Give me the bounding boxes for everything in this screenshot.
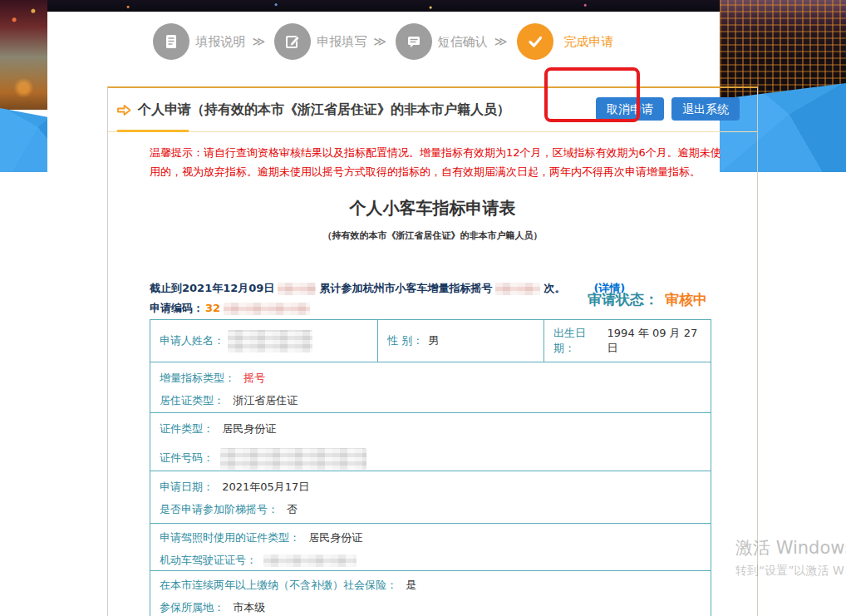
windows-activation-watermark: 激活 Windows 转到“设置”以激活 W — [735, 536, 846, 579]
field-value: 摇号 — [243, 372, 265, 384]
lottery-text: 累计参加杭州市小客车增量指标摇号 — [319, 282, 492, 294]
message-icon — [396, 23, 432, 60]
field-value: 市本级 — [233, 601, 265, 614]
table-row: 申请驾照时使用的证件类型： 居民身份证 机动车驾驶证证号： — [150, 524, 711, 571]
field-label: 申请日期： — [160, 480, 214, 493]
watermark-line2: 转到“设置”以激活 W — [735, 564, 846, 579]
field-value: 2021年05月17日 — [222, 480, 309, 493]
table-row: 申请人姓名： 性 别： 男 出生日期： 1994 年 09 月 27 日 — [150, 320, 711, 362]
step-label: 短信确认 — [438, 34, 488, 50]
field-label: 是否申请参加阶梯摇号： — [160, 503, 278, 515]
field-label: 参保所属地： — [160, 601, 224, 614]
field-label: 增量指标类型： — [160, 372, 235, 384]
banner-photo-top — [47, 0, 720, 12]
field-value: 是 — [406, 579, 416, 591]
title-underline — [117, 130, 189, 132]
field-value: 男 — [428, 333, 439, 348]
form-title: 个人小客车指标申请表 — [108, 197, 757, 219]
application-table: 申请人姓名： 性 别： 男 出生日期： 1994 年 09 月 27 日 增量指… — [150, 319, 711, 616]
page-title: 个人申请（持有效的本市《浙江省居住证》的非本市户籍人员） — [138, 101, 510, 119]
banner-blue-left — [0, 108, 47, 172]
table-row: 在本市连续两年以上缴纳（不含补缴）社会保险： 是 参保所属地： 市本级 — [150, 571, 711, 616]
check-icon — [517, 23, 553, 60]
orange-arrow-icon — [117, 104, 131, 116]
deadline-text: 截止到2021年12月09日 — [150, 282, 274, 294]
redacted-license-number — [263, 554, 357, 567]
table-row: 增量指标类型： 摇号 居住证类型： 浙江省居住证 — [150, 362, 711, 413]
step-label: 完成申请 — [564, 34, 614, 50]
edit-icon — [274, 23, 311, 60]
step-arrow-icon: ≫ — [252, 34, 265, 49]
table-row: 申请日期： 2021年05月17日 是否申请参加阶梯摇号： 否 — [150, 471, 711, 524]
application-code-line: 申请编码：32 — [150, 301, 313, 316]
application-panel: 个人申请（持有效的本市《浙江省居住证》的非本市户籍人员） 取消申请 退出系统 温… — [107, 86, 758, 616]
step-label: 填报说明 — [195, 34, 245, 50]
panel-header: 个人申请（持有效的本市《浙江省居住证》的非本市户籍人员） 取消申请 退出系统 — [108, 88, 757, 132]
banner-photo-right — [720, 0, 846, 99]
redacted-text — [278, 283, 316, 295]
lottery-count-line: 截止到2021年12月09日累计参加杭州市小客车增量指标摇号次。(详情) — [150, 281, 625, 296]
field-label: 居住证类型： — [160, 394, 224, 407]
step-label: 申报填写 — [317, 34, 366, 50]
field-label: 申请驾照时使用的证件类型： — [160, 531, 300, 544]
field-label: 证件号码： — [160, 451, 214, 464]
step-sms-confirm: 短信确认 ≫ — [396, 23, 511, 60]
code-label: 申请编码： — [150, 302, 204, 314]
progress-stepper: 填报说明 ≫ 申报填写 ≫ — [47, 23, 720, 60]
times-text: 次。 — [544, 282, 565, 294]
document-icon — [153, 23, 189, 60]
redacted-code — [224, 303, 310, 315]
redacted-name — [228, 330, 312, 352]
step-complete: 完成申请 — [517, 23, 614, 60]
status-badge: 审核中 — [665, 291, 707, 308]
red-highlight-annotation — [544, 67, 640, 122]
field-value: 浙江省居住证 — [233, 394, 298, 407]
redacted-id-number — [220, 448, 366, 470]
field-label: 出生日期： — [553, 326, 603, 356]
code-value: 32 — [205, 302, 220, 314]
step-arrow-icon: ≫ — [494, 34, 508, 49]
field-label: 机动车驾驶证证号： — [160, 554, 257, 566]
field-label: 性 别： — [387, 333, 423, 348]
field-value: 否 — [287, 503, 298, 515]
step-fill-application: 申报填写 ≫ — [274, 23, 390, 60]
field-label: 申请人姓名： — [160, 333, 224, 348]
status-line: 审请状态：审核中 — [588, 290, 707, 309]
exit-system-button[interactable]: 退出系统 — [671, 97, 740, 121]
page: 填报说明 ≫ 申报填写 ≫ — [0, 0, 846, 616]
field-value: 1994 年 09 月 27 日 — [607, 326, 701, 356]
field-label: 在本市连续两年以上缴纳（不含补缴）社会保险： — [160, 579, 397, 591]
step-arrow-icon: ≫ — [373, 34, 386, 49]
field-label: 证件类型： — [160, 422, 214, 435]
warm-tip-notice: 温馨提示：请自行查询资格审核结果以及指标配置情况。增量指标有效期为12个月，区域… — [150, 143, 725, 181]
field-value: 居民身份证 — [308, 531, 362, 544]
redacted-count — [495, 283, 540, 295]
step-fill-instructions: 填报说明 ≫ — [153, 23, 268, 60]
watermark-line1: 激活 Windows — [735, 536, 846, 559]
field-value: 居民身份证 — [222, 422, 276, 435]
status-label: 审请状态： — [588, 291, 658, 308]
banner-photo-left — [0, 0, 47, 110]
table-row: 证件类型： 居民身份证 证件号码： — [150, 413, 711, 471]
form-subtitle: （持有效的本市《浙江省居住证》的非本市户籍人员） — [108, 229, 757, 242]
